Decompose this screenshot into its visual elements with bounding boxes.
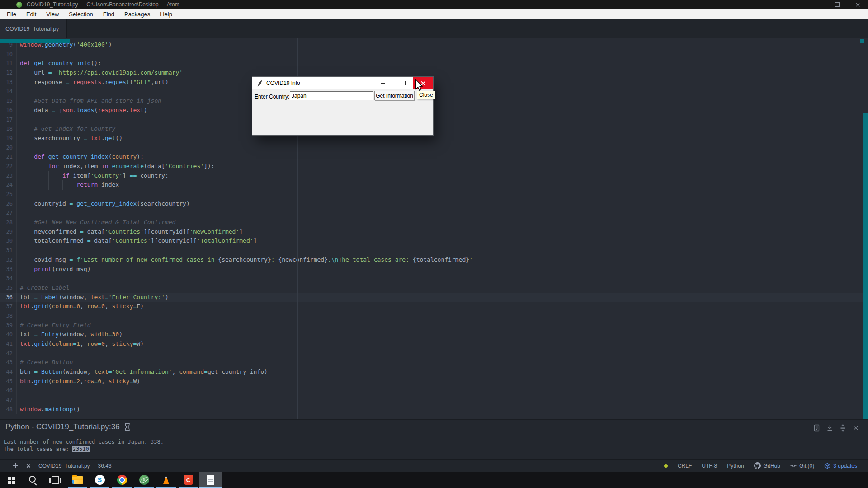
line-number: 41 [0, 339, 17, 349]
dialog-titlebar[interactable]: COVID19 Info [252, 77, 433, 89]
selected-text: 23510 [72, 446, 90, 452]
taskbar-start-button[interactable] [0, 472, 22, 488]
status-language[interactable]: Python [727, 463, 744, 469]
code-line-47[interactable]: 47 [0, 395, 868, 405]
code-line-18[interactable]: 18 # Get Index for Country [0, 124, 868, 134]
code-line-22[interactable]: 22 for index,item in enumerate(data['Cou… [0, 162, 868, 171]
text-caret [307, 93, 307, 99]
code-line-33[interactable]: 33 print(covid_msg) [0, 265, 868, 274]
code-line-21[interactable]: 21 def get_country_index(country): [0, 152, 868, 162]
app-titlebar[interactable]: COVID19_Tutorial.py — C:\Users\Bananatre… [0, 0, 868, 9]
country-input[interactable]: Japan [290, 91, 373, 100]
code-line-16[interactable]: 16 data = json.loads(response.text) [0, 106, 868, 115]
line-number: 19 [0, 134, 17, 143]
line-number: 46 [0, 386, 17, 395]
scrollbar-marker [860, 39, 864, 43]
menu-view[interactable]: View [41, 11, 64, 18]
tab-covid19-tutorial[interactable]: COVID19_Tutorial.py [0, 19, 67, 38]
status-github[interactable]: GitHub [754, 462, 780, 469]
line-number: 44 [0, 367, 17, 377]
code-line-28[interactable]: 28 #Get New New Confirmed & Total Confir… [0, 218, 868, 227]
window-maximize-button[interactable] [826, 0, 847, 9]
window-minimize-button[interactable] [806, 0, 826, 9]
code-line-19[interactable]: 19 searchcountry = txt.get() [0, 134, 868, 143]
code-line-44[interactable]: 44btn = Button(window, text='Get Informa… [0, 367, 868, 377]
status-filename[interactable]: COVID19_Tutorial.py [38, 463, 90, 469]
line-number: 33 [0, 265, 17, 274]
code-line-9[interactable]: 9window.geometry('400x100') [0, 40, 868, 50]
close-tooltip: Close [417, 91, 435, 99]
taskbar-file-explorer-button[interactable] [66, 472, 89, 488]
code-line-36[interactable]: 36lbl = Label(window, text='Enter Countr… [0, 293, 868, 302]
camtasia-icon: C [184, 475, 193, 485]
download-icon[interactable] [826, 424, 833, 432]
code-line-39[interactable]: 39# Create Entry Field [0, 321, 868, 330]
code-line-38[interactable]: 38 [0, 311, 868, 321]
maximize-icon [401, 81, 406, 85]
code-line-13[interactable]: 13 response = requests.request("GET",url… [0, 78, 868, 87]
code-line-23[interactable]: 23 if item['Country'] == country: [0, 171, 868, 181]
close-file-icon[interactable] [26, 464, 30, 468]
menu-selection[interactable]: Selection [64, 11, 98, 18]
menu-edit[interactable]: Edit [21, 11, 41, 18]
menu-find[interactable]: Find [98, 11, 119, 18]
code-line-40[interactable]: 40txt = Entry(window, width=30) [0, 330, 868, 339]
add-icon[interactable] [13, 463, 18, 468]
taskbar-skype-button[interactable]: S [89, 472, 111, 488]
script-output-panel: Python - COVID19_Tutorial.py:36 Last num… [0, 419, 868, 459]
code-line-25[interactable]: 25 [0, 190, 868, 199]
taskbar-camtasia-button[interactable]: C [177, 472, 199, 488]
window-close-button[interactable] [847, 0, 868, 9]
status-cursor-position[interactable]: 36:43 [98, 463, 112, 469]
line-number: 40 [0, 330, 17, 339]
code-line-34[interactable]: 34 [0, 274, 868, 283]
code-line-41[interactable]: 41txt.grid(column=1, row=0, sticky=W) [0, 339, 868, 349]
taskbar-chrome-button[interactable] [111, 472, 133, 488]
taskbar-vlc-button[interactable] [155, 472, 177, 488]
taskbar-atom-button[interactable] [133, 472, 155, 488]
scrollbar[interactable] [863, 113, 868, 419]
code-line-42[interactable]: 42 [0, 349, 868, 358]
status-line-ending[interactable]: CRLF [678, 463, 692, 469]
code-line-20[interactable]: 20 [0, 143, 868, 153]
menu-help[interactable]: Help [155, 11, 177, 18]
status-updates[interactable]: 3 updates [824, 463, 857, 469]
menu-file[interactable]: File [2, 11, 21, 18]
expand-icon[interactable] [840, 424, 846, 432]
code-line-11[interactable]: 11def get_country_info(): [0, 59, 868, 68]
code-line-48[interactable]: 48window.mainloop() [0, 405, 868, 414]
code-line-27[interactable]: 27 [0, 208, 868, 218]
close-panel-icon[interactable] [853, 424, 859, 432]
vlc-icon [162, 476, 171, 484]
atom-icon [139, 475, 149, 485]
code-line-35[interactable]: 35# Create Label [0, 283, 868, 293]
status-git[interactable]: Git (0) [790, 463, 814, 469]
line-number: 35 [0, 283, 17, 293]
code-line-24[interactable]: 24 return index [0, 180, 868, 190]
code-line-10[interactable]: 10 [0, 50, 868, 59]
code-line-30[interactable]: 30 totalconfirmed = data['Countries'][co… [0, 236, 868, 246]
code-line-46[interactable]: 46 [0, 386, 868, 395]
menu-packages[interactable]: Packages [119, 11, 155, 18]
line-number: 23 [0, 171, 17, 181]
code-line-12[interactable]: 12 url = 'https://api.covid19api.com/sum… [0, 68, 868, 78]
search-highlight-bar [0, 39, 70, 43]
taskbar-notepad-button[interactable] [199, 472, 222, 488]
code-line-37[interactable]: 37lbl.grid(column=0, row=0, sticky=E) [0, 302, 868, 311]
dialog-maximize-button[interactable] [393, 77, 413, 89]
taskbar-search-button[interactable] [22, 472, 44, 488]
status-encoding[interactable]: UTF-8 [702, 463, 717, 469]
code-line-29[interactable]: 29 newconfirmed = data['Countries'][coun… [0, 227, 868, 237]
code-line-32[interactable]: 32 covid_msg = f'Last number of new conf… [0, 255, 868, 265]
taskbar-task-view-button[interactable] [44, 472, 66, 488]
hourglass-icon [124, 423, 130, 431]
code-line-31[interactable]: 31 [0, 246, 868, 255]
code-line-17[interactable]: 17 [0, 115, 868, 125]
document-icon[interactable] [813, 424, 820, 432]
dialog-minimize-button[interactable] [373, 77, 393, 89]
get-information-button[interactable]: Get Information [374, 91, 415, 100]
code-line-45[interactable]: 45btn.grid(column=2,row=0, sticky=W) [0, 377, 868, 386]
code-line-26[interactable]: 26 countryid = get_country_index(searchc… [0, 199, 868, 209]
code-line-43[interactable]: 43# Create Button [0, 358, 868, 367]
line-number: 31 [0, 246, 17, 255]
